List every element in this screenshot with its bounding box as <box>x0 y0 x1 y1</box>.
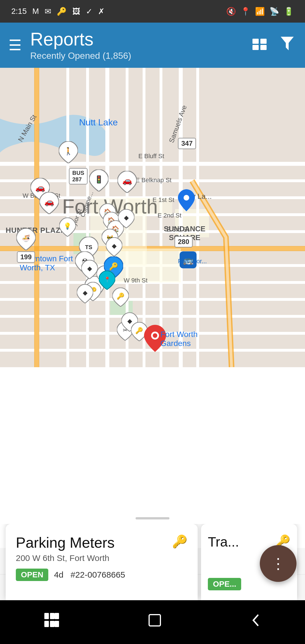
cards-row: Parking Meters 200 W 6th St, Fort Worth … <box>0 524 305 600</box>
map-svg <box>0 68 305 367</box>
page-subtitle: Recently Opened (1,856) <box>30 51 241 61</box>
menu-button[interactable]: ☰ <box>8 37 22 54</box>
svg-text:🚗: 🚗 <box>44 197 54 206</box>
svg-marker-4 <box>281 37 294 50</box>
incident-meta-row: OPEN 4d #22-00768665 <box>16 569 188 581</box>
svg-text:🔑: 🔑 <box>109 262 118 271</box>
map-pin-key2[interactable]: 🔑 <box>112 288 129 308</box>
svg-text:TS: TS <box>85 244 92 250</box>
app-header: ☰ Reports Recently Opened (1,856) <box>0 23 305 68</box>
incident-card-1[interactable]: Parking Meters 200 W 6th St, Fort Worth … <box>6 524 198 600</box>
x-icon: ✗ <box>98 7 104 16</box>
map-pin-diamond2[interactable]: ◆ <box>106 237 122 258</box>
gmail-icon: M <box>32 7 39 16</box>
status-bar: 2:15 M ✉ 🔑 🖼 ✓ ✗ 🔇 📍 📶 📡 🔋 <box>0 0 305 23</box>
route-badge-287: BUS287 <box>69 168 88 184</box>
filter-button[interactable] <box>278 34 297 56</box>
svg-rect-3 <box>260 45 267 50</box>
map-pin-light[interactable]: 💡 <box>59 217 76 238</box>
header-icons <box>250 34 297 56</box>
street-e1st: E 1st St <box>152 196 174 204</box>
signal-icon: 📡 <box>269 7 279 16</box>
svg-text:◆: ◆ <box>124 214 129 221</box>
incident-title: Parking Meters <box>16 534 188 551</box>
svg-text:🚦: 🚦 <box>94 175 104 184</box>
hunter-plaza-label: HUNTER PLAZA <box>6 226 66 235</box>
map-pin-diamond1[interactable]: ◆ <box>118 209 134 229</box>
check-icon: ✓ <box>86 7 92 16</box>
street-w9th: W 9th St <box>124 277 147 284</box>
svg-rect-68 <box>50 613 55 619</box>
time-display: 2:15 <box>11 7 27 16</box>
svg-point-66 <box>184 195 189 201</box>
email-icon: ✉ <box>45 7 51 16</box>
svg-text:◆: ◆ <box>112 242 117 249</box>
route-badge-199: 199 <box>17 251 35 263</box>
map-pin-stoy[interactable] <box>178 189 195 212</box>
age-value: 4d <box>54 570 63 579</box>
svg-text:💡: 💡 <box>64 222 71 230</box>
fort-wor-transit-label: Fort Wor... <box>178 258 207 265</box>
svg-text:◆: ◆ <box>87 265 92 272</box>
street-e2nd: E 2nd St <box>158 212 181 219</box>
svg-rect-5 <box>0 68 305 367</box>
status-badge: OPEN <box>16 569 48 581</box>
svg-text:🔑: 🔑 <box>135 327 143 334</box>
svg-text:🍜: 🍜 <box>22 234 30 242</box>
location-icon: 📍 <box>241 7 250 16</box>
map-pin-car2[interactable]: 🚗 <box>40 192 59 215</box>
svg-point-63 <box>153 333 157 338</box>
svg-rect-71 <box>50 621 55 627</box>
svg-rect-1 <box>260 39 267 44</box>
street-e-bluff: E Bluff St <box>138 153 164 160</box>
fab-icon: ⋮ <box>271 555 286 572</box>
map-pin-food[interactable]: 🍜 <box>16 228 36 251</box>
svg-rect-73 <box>149 615 160 626</box>
nutt-lake-label: Nutt Lake <box>79 117 118 128</box>
route-badge-347: 347 <box>178 138 196 149</box>
svg-text:🚗: 🚗 <box>122 176 132 185</box>
fab-button[interactable]: ⋮ <box>260 545 297 582</box>
map-pin-diamond3[interactable]: ◆ <box>81 260 98 280</box>
street-e-belknap: E Belknap St <box>136 177 171 184</box>
svg-text:📍: 📍 <box>104 276 111 283</box>
key-icon: 🔑 <box>57 7 67 16</box>
svg-text:🚶: 🚶 <box>64 147 73 156</box>
swipe-handle[interactable] <box>136 517 169 519</box>
back-button[interactable] <box>250 612 261 632</box>
page-title: Reports <box>30 29 241 49</box>
svg-rect-0 <box>252 39 259 44</box>
svg-text:🚗: 🚗 <box>35 183 45 192</box>
map-pin-diamond4[interactable]: ◆ <box>77 284 93 304</box>
image-icon: 🖼 <box>72 7 80 16</box>
svg-rect-69 <box>55 613 59 619</box>
fw-gardens-label: Fort WorthGardens <box>160 330 198 348</box>
incident-id: #22-00768665 <box>71 570 125 579</box>
home-button[interactable] <box>147 612 163 632</box>
svg-rect-2 <box>252 45 259 50</box>
svg-rect-72 <box>55 621 59 627</box>
street-e3rd: E 3rd St <box>167 226 189 233</box>
recent-apps-button[interactable] <box>44 612 60 632</box>
status-right: 🔇 📍 📶 📡 🔋 <box>226 7 294 16</box>
svg-text:🔑: 🔑 <box>117 292 125 300</box>
mute-icon: 🔇 <box>226 7 236 16</box>
incident2-status-badge: OPE... <box>208 578 241 590</box>
incident-age: 4d #22-00768665 <box>54 570 125 580</box>
incident-pin-icon: 🔑 <box>172 534 188 549</box>
incident-address: 200 W 6th St, Fort Worth <box>16 553 188 563</box>
svg-text:◆: ◆ <box>83 289 88 296</box>
nav-bar <box>0 600 305 644</box>
list-view-button[interactable] <box>250 34 269 56</box>
bottom-sheet-container: Parking Meters 200 W 6th St, Fort Worth … <box>0 517 305 600</box>
header-title-block: Reports Recently Opened (1,856) <box>30 29 241 61</box>
map-area[interactable]: Fort Worth Nutt Lake HUNTER PLAZA SUNDAN… <box>0 68 305 367</box>
svg-rect-67 <box>44 613 49 619</box>
status-left: 2:15 M ✉ 🔑 🖼 ✓ ✗ <box>11 7 104 16</box>
map-pin-car3[interactable]: 🚗 <box>117 171 137 194</box>
wifi-icon: 📶 <box>255 7 265 16</box>
svg-rect-70 <box>44 621 49 627</box>
map-pin-traffic[interactable]: 🚦 <box>89 169 108 193</box>
battery-icon: 🔋 <box>284 7 294 16</box>
map-pin-person[interactable]: 🚶 <box>59 141 78 164</box>
